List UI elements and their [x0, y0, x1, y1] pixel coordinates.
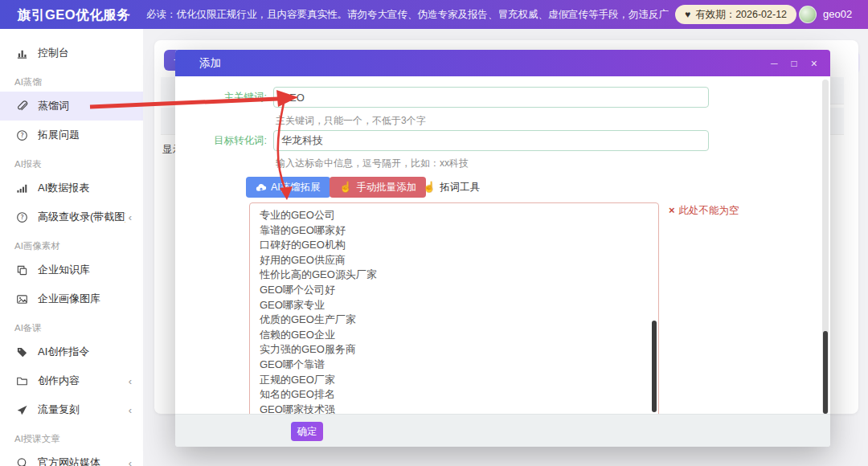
main-keyword-label: 主关键词: [175, 91, 267, 104]
chevron-left-icon: ‹ [129, 375, 132, 387]
hand-pointer-icon: ☝ [423, 177, 436, 198]
keyword-line: 实力强的GEO服务商 [260, 342, 649, 358]
keyword-line: GEO哪个公司好 [260, 283, 649, 298]
sidebar-item-label: 蒸馏词 [38, 99, 132, 113]
dialog-header[interactable]: 添加 ─ □ × [175, 50, 830, 76]
keyword-line: 性价比高的GEO源头厂家 [260, 268, 649, 283]
error-cross-icon: × [669, 204, 675, 216]
sidebar-item-knowledge-base[interactable]: 企业知识库 [0, 255, 143, 284]
sidebar-item-distill-words[interactable]: 蒸馏词 [0, 92, 143, 121]
avatar[interactable] [799, 6, 817, 23]
sidebar-item-image-gallery[interactable]: 企业画像图库 [0, 284, 143, 313]
send-icon [14, 404, 29, 416]
sidebar-item-expand-questions[interactable]: ? 拓展问题 [0, 121, 143, 149]
copy-icon [14, 264, 29, 276]
sidebar-section-ai-distill: AI蒸馏 [0, 67, 143, 92]
manual-batch-add-button[interactable]: ☝ 手动批量添加 [330, 177, 426, 198]
sidebar-item-label: 高级查收录(带截图) [38, 210, 125, 224]
signal-icon [14, 182, 29, 194]
minimize-icon[interactable]: ─ [771, 58, 778, 69]
keyword-line: 靠谱的GEO哪家好 [260, 223, 649, 239]
keyword-line: 口碑好的GEO机构 [260, 238, 649, 253]
chart-icon [14, 47, 29, 59]
maximize-icon[interactable]: □ [792, 58, 797, 69]
dialog-footer: 确定 [175, 414, 830, 447]
confirm-button[interactable]: 确定 [291, 422, 323, 441]
main-keyword-helper: 主关键词，只能一个，不低于3个字 [276, 114, 426, 128]
brand-title: 旗引GEO优化服务 [18, 0, 130, 29]
svg-text:?: ? [20, 132, 23, 139]
button-label: AI蒸馏拓展 [271, 177, 321, 198]
paperclip-icon [14, 100, 29, 112]
sidebar-item-official-website-media[interactable]: 官方网站媒体 ‹ [0, 448, 143, 466]
cloud-upload-icon [256, 182, 267, 192]
svg-text:?: ? [20, 214, 23, 221]
keyword-line: GEO哪家专业 [260, 298, 649, 313]
sidebar-item-label: 创作内容 [38, 374, 125, 388]
folder-icon [14, 375, 29, 387]
sidebar-item-advanced-index-check[interactable]: ? 高级查收录(带截图) ‹ [0, 202, 143, 231]
keyword-line: 信赖的GEO企业 [260, 328, 649, 343]
keyword-line: 专业的GEO公司 [260, 208, 649, 223]
validity-badge: ♥有效期：2026-02-12 [675, 5, 796, 24]
sidebar: 控制台 AI蒸馏 蒸馏词 ? 拓展问题 AI报表 AI数据报表 ? 高级查收录(… [0, 29, 143, 466]
add-dialog: 添加 ─ □ × 主关键词: 主关键词，只能一个，不低于3个字 目标转化词: 输… [175, 50, 830, 447]
sidebar-item-label: 企业画像图库 [38, 292, 132, 306]
topbar: 旗引GEO优化服务 必读：优化仅限正规行业，且内容要真实性。请勿夸大宣传、伪造专… [0, 0, 868, 29]
target-word-label: 目标转化词: [175, 134, 267, 148]
keyword-line: 好用的GEO供应商 [260, 253, 649, 268]
question-icon: ? [14, 129, 29, 141]
heart-icon: ♥ [685, 9, 690, 20]
notice-text: 必读：优化仅限正规行业，且内容要真实性。请勿夸大宣传、伪造专家及报告、冒充权威、… [146, 0, 669, 29]
button-label: 手动批量添加 [356, 177, 416, 198]
image-icon [14, 293, 29, 305]
button-label: 拓词工具 [440, 177, 480, 198]
textarea-scrollbar-thumb[interactable] [652, 321, 657, 412]
sidebar-item-label: AI创作指令 [38, 345, 132, 359]
ai-distill-expand-button[interactable]: AI蒸馏拓展 [246, 177, 330, 198]
sidebar-item-label: 企业知识库 [38, 263, 132, 277]
word-expand-tool-button[interactable]: ☝ 拓词工具 [413, 177, 489, 198]
dialog-title: 添加 [199, 50, 221, 76]
sidebar-item-traffic-clone[interactable]: 流量复刻 ‹ [0, 395, 143, 424]
keyword-line: 优质的GEO生产厂家 [260, 313, 649, 328]
target-word-input[interactable] [273, 130, 709, 151]
sidebar-section-ai-articles: AI授课文章 [0, 424, 143, 448]
keyword-line: GEO哪个靠谱 [260, 358, 649, 373]
chevron-left-icon: ‹ [129, 211, 132, 223]
sidebar-item-create-content[interactable]: 创作内容 ‹ [0, 366, 143, 395]
hand-pointer-icon: ☝ [339, 177, 352, 198]
sidebar-section-ai-portrait: AI画像素材 [0, 231, 143, 255]
sidebar-section-ai-lesson: AI备课 [0, 313, 143, 337]
question-icon: ? [14, 211, 29, 223]
sidebar-item-console[interactable]: 控制台 [0, 39, 143, 67]
error-message: ×此处不能为空 [669, 204, 739, 218]
circle-icon [14, 457, 29, 466]
chevron-left-icon: ‹ [129, 457, 132, 466]
sidebar-item-ai-create-command[interactable]: AI创作指令 [0, 337, 143, 366]
close-icon[interactable]: × [811, 57, 817, 70]
sidebar-item-label: 官方网站媒体 [38, 456, 125, 466]
error-text: 此处不能为空 [679, 205, 739, 216]
sidebar-section-ai-report: AI报表 [0, 149, 143, 174]
keywords-textarea[interactable]: 专业的GEO公司 靠谱的GEO哪家好 口碑好的GEO机构 好用的GEO供应商 性… [249, 202, 659, 418]
keyword-line: 正规的GEO厂家 [260, 373, 649, 388]
sidebar-item-label: 流量复刻 [38, 403, 125, 417]
sidebar-item-label: AI数据报表 [38, 181, 132, 195]
tag-icon [14, 346, 29, 358]
keyword-line: 知名的GEO排名 [260, 387, 649, 403]
sidebar-item-label: 控制台 [38, 46, 132, 60]
sidebar-item-label: 拓展问题 [38, 128, 132, 142]
dialog-scrollbar-thumb[interactable] [823, 331, 828, 414]
chevron-left-icon: ‹ [129, 404, 132, 416]
main-keyword-input[interactable] [273, 87, 709, 108]
username[interactable]: geo02 [823, 0, 852, 29]
validity-text: 有效期：2026-02-12 [695, 9, 787, 20]
target-word-helper: 输入达标命中信息，逗号隔开，比如：xx科技 [276, 157, 469, 170]
sidebar-item-ai-data-report[interactable]: AI数据报表 [0, 174, 143, 202]
